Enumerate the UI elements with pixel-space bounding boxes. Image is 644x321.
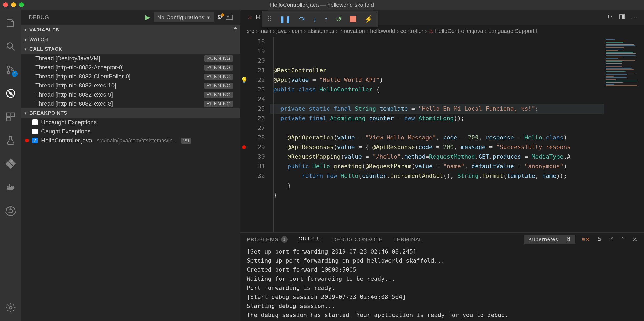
collapse-all-icon[interactable] xyxy=(232,27,238,33)
stop-icon[interactable] xyxy=(350,16,356,22)
lightbulb-icon[interactable]: 💡 xyxy=(241,77,248,83)
breadcrumb-separator-icon: › xyxy=(336,28,338,34)
step-out-icon[interactable]: ↑ xyxy=(324,15,328,23)
start-debug-icon[interactable]: ▶ xyxy=(145,14,150,21)
minimap[interactable] xyxy=(604,37,644,232)
settings-gear-icon[interactable] xyxy=(5,302,17,314)
tab-debug-console[interactable]: DEBUG CONSOLE xyxy=(332,236,382,243)
breadcrumb-segment[interactable]: helloworld xyxy=(370,28,395,34)
code-line[interactable]: @RequestMapping(value = "/hello",method=… xyxy=(270,152,604,162)
debug-icon[interactable] xyxy=(5,87,17,99)
code-line[interactable]: @ApiResponses(value = { @ApiResponse(cod… xyxy=(270,142,604,152)
callstack-thread[interactable]: Thread [http-nio-8082-exec-8]RUNNING xyxy=(21,99,240,108)
breadcrumb-segment[interactable]: java xyxy=(277,28,287,34)
checkbox-unchecked-icon[interactable] xyxy=(32,129,38,134)
code-line[interactable]: private final AtomicLong counter = new A… xyxy=(270,114,604,123)
problems-label: PROBLEMS xyxy=(247,236,278,243)
callstack-thread[interactable]: Thread [http-nio-8082-exec-10]RUNNING xyxy=(21,81,240,90)
debug-console-toggle-icon[interactable] xyxy=(226,15,233,20)
explorer-icon[interactable] xyxy=(5,17,17,29)
breakpoint-label: Caught Exceptions xyxy=(41,128,91,135)
pause-icon[interactable]: ❚❚ xyxy=(279,15,291,23)
code-line[interactable]: public class HelloController { xyxy=(270,85,604,94)
breakpoint-file-name: HelloController.java xyxy=(41,137,92,144)
breadcrumb-segment[interactable]: com xyxy=(292,28,303,34)
callstack-title: CALL STACK xyxy=(29,46,62,52)
breadcrumb-segment[interactable]: controller xyxy=(400,28,423,34)
compare-changes-icon[interactable] xyxy=(607,14,613,21)
svg-point-0 xyxy=(7,43,13,48)
maximize-window-icon[interactable] xyxy=(19,2,24,7)
window-controls xyxy=(3,2,24,7)
checkbox-unchecked-icon[interactable] xyxy=(32,119,38,125)
callstack-thread[interactable]: Thread [http-nio-8082-Acceptor-0]RUNNING xyxy=(21,63,240,72)
output-content[interactable]: [Set up port forwarding 2019-07-23 02:46… xyxy=(240,246,644,321)
code-line[interactable]: @RestController xyxy=(270,66,604,75)
breadcrumb-segment[interactable]: src xyxy=(247,28,254,34)
breadcrumb-segment[interactable]: ♨HelloController.java xyxy=(429,28,483,34)
watch-title: WATCH xyxy=(29,37,48,42)
docker-icon[interactable] xyxy=(5,181,17,193)
breadcrumb-separator-icon: › xyxy=(256,28,258,34)
variables-header[interactable]: ▾ VARIABLES xyxy=(21,25,240,35)
callstack-thread[interactable]: Thread [http-nio-8082-ClientPoller-0]RUN… xyxy=(21,72,240,81)
restart-icon[interactable]: ↺ xyxy=(336,15,342,23)
code-line[interactable]: @Api(value = "Hello World API") xyxy=(270,75,604,85)
source-control-icon[interactable]: 2 xyxy=(5,64,17,76)
debug-toolbar[interactable]: ⠿ ❚❚ ↷ ↓ ↑ ↺ ⚡ xyxy=(262,11,378,27)
code-line[interactable]: @ApiOperation(value = "View Hello Messag… xyxy=(270,133,604,142)
breakpoints-header[interactable]: ▾ BREAKPOINTS xyxy=(21,108,240,118)
watch-header[interactable]: ▾ WATCH xyxy=(21,35,240,44)
breakpoint-line: 29 xyxy=(181,138,191,144)
clear-output-icon[interactable]: ≡✕ xyxy=(582,236,590,243)
output-channel-select[interactable]: Kubernetes ⇅ xyxy=(524,235,575,244)
configure-debug-icon[interactable]: ⚙ xyxy=(217,14,223,21)
output-label: OUTPUT xyxy=(298,236,322,242)
kubernetes-icon[interactable] xyxy=(5,205,17,216)
chevron-up-icon[interactable]: ⌃ xyxy=(620,236,626,243)
breadcrumb-segment[interactable]: innovation xyxy=(339,28,365,34)
extensions-icon[interactable] xyxy=(5,111,17,123)
tab-problems[interactable]: PROBLEMS 1 xyxy=(247,236,288,243)
code-line[interactable] xyxy=(270,200,604,210)
search-icon[interactable] xyxy=(5,41,17,52)
diamond-grid-icon[interactable] xyxy=(5,158,17,170)
breadcrumb-segment[interactable]: main xyxy=(259,28,272,34)
step-into-icon[interactable]: ↓ xyxy=(313,15,316,23)
code-line[interactable] xyxy=(270,94,604,104)
close-window-icon[interactable] xyxy=(3,2,8,7)
tab-terminal[interactable]: TERMINAL xyxy=(393,236,422,243)
checkbox-checked-icon[interactable]: ✓ xyxy=(32,138,38,143)
breakpoint-file[interactable]: ✓ HelloController.java src/main/java/com… xyxy=(21,136,240,145)
code-line[interactable]: } xyxy=(270,181,604,190)
tab-output[interactable]: OUTPUT xyxy=(298,236,322,243)
code-line[interactable]: return new Hello(counter.incrementAndGet… xyxy=(270,171,604,181)
more-actions-icon[interactable]: ··· xyxy=(631,14,638,21)
code-line[interactable]: public Hello greeting(@RequestParam(valu… xyxy=(270,162,604,171)
code-line[interactable] xyxy=(270,123,604,133)
titlebar[interactable]: HelloController.java — helloworld-skaffo… xyxy=(0,0,644,10)
step-over-icon[interactable]: ↷ xyxy=(299,15,305,23)
drag-handle-icon[interactable]: ⠿ xyxy=(267,15,271,23)
breadcrumb-segment[interactable]: atsistemas xyxy=(308,28,334,34)
callstack-thread[interactable]: Thread [DestroyJavaVM]RUNNING xyxy=(21,54,240,63)
callstack-thread[interactable]: Thread [http-nio-8082-exec-9]RUNNING xyxy=(21,90,240,99)
breakpoint-uncaught[interactable]: Uncaught Exceptions xyxy=(21,118,240,127)
close-panel-icon[interactable]: ✕ xyxy=(632,236,638,243)
code-line[interactable]: } xyxy=(270,190,604,200)
beaker-icon[interactable] xyxy=(5,134,17,146)
minimize-window-icon[interactable] xyxy=(11,2,16,7)
breadcrumb-separator-icon: › xyxy=(485,28,487,34)
breadcrumb-segment[interactable]: Language Support f xyxy=(488,28,538,34)
debug-config-select[interactable]: No Configurations ▾ xyxy=(154,12,214,22)
breakpoint-caught[interactable]: Caught Exceptions xyxy=(21,127,240,136)
code-editor[interactable]: 💡 181920212223242526272829303132 @RestCo… xyxy=(240,37,644,232)
lock-scroll-icon[interactable] xyxy=(596,236,602,243)
callstack-header[interactable]: ▾ CALL STACK xyxy=(21,44,240,54)
breakpoint-label: Uncaught Exceptions xyxy=(41,119,97,126)
code-line[interactable]: private static final String template = "… xyxy=(270,104,604,114)
open-file-icon[interactable] xyxy=(608,236,614,243)
hot-reload-icon[interactable]: ⚡ xyxy=(364,15,373,23)
breakpoint-dot-icon[interactable] xyxy=(242,145,246,149)
split-editor-icon[interactable] xyxy=(619,14,625,21)
